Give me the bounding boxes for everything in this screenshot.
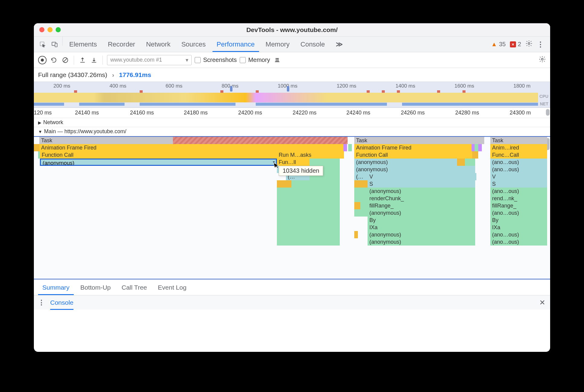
flame-long-task[interactable] xyxy=(173,137,348,144)
flame-seg[interactable] xyxy=(475,144,478,151)
tab-network[interactable]: Network xyxy=(141,37,176,52)
flame-seg[interactable] xyxy=(277,217,340,224)
upload-button[interactable] xyxy=(78,56,87,64)
flame-seg[interactable] xyxy=(354,202,360,209)
flame-runm[interactable]: Run M…asks xyxy=(277,151,344,159)
tab-elements[interactable]: Elements xyxy=(64,37,102,52)
errors-badge[interactable]: × 2 xyxy=(510,41,521,48)
main-section-header[interactable]: ▼ Main — https://www.youtube.com/ xyxy=(34,127,550,136)
flame-funll[interactable]: Fun…ll xyxy=(277,159,310,166)
minimize-window-icon[interactable] xyxy=(47,27,53,32)
flame-seg[interactable] xyxy=(360,202,368,209)
tab-bottom-up[interactable]: Bottom-Up xyxy=(75,280,116,295)
inspect-icon[interactable] xyxy=(38,40,47,49)
flame-seg[interactable] xyxy=(277,238,340,246)
flame-seg[interactable] xyxy=(310,159,340,166)
device-toggle-icon[interactable] xyxy=(50,40,59,49)
flame-func-short[interactable]: Func…Call xyxy=(490,151,547,159)
drawer-menu-icon[interactable]: ⋮ xyxy=(38,299,45,307)
flame-seg[interactable] xyxy=(34,144,39,151)
flame-fillRange[interactable]: fillRange_ xyxy=(490,202,547,209)
flame-seg[interactable] xyxy=(343,144,347,151)
ruler-scrollbar[interactable] xyxy=(546,109,550,116)
flame-seg[interactable] xyxy=(457,159,465,166)
overview-handle-left[interactable] xyxy=(230,86,232,92)
tab-sources[interactable]: Sources xyxy=(176,37,211,52)
flame-V[interactable]: V xyxy=(368,173,476,180)
gear-icon[interactable] xyxy=(525,40,533,49)
close-drawer-icon[interactable]: ✕ xyxy=(539,298,545,307)
flame-seg[interactable] xyxy=(277,180,291,188)
flame-anon[interactable]: (anonymous) xyxy=(368,231,475,238)
flame-seg[interactable] xyxy=(478,144,482,151)
screenshots-checkbox[interactable]: Screenshots xyxy=(195,56,237,63)
flame-IXa[interactable]: IXa xyxy=(368,224,475,231)
flame-seg[interactable] xyxy=(277,202,340,209)
overview-handle-right[interactable] xyxy=(287,86,289,92)
flame-seg[interactable] xyxy=(354,231,358,238)
download-button[interactable] xyxy=(90,56,98,64)
flame-anon[interactable]: (anonymous) xyxy=(368,209,475,217)
flame-anon-short[interactable]: (ano…ous) xyxy=(490,209,547,217)
perf-settings-icon[interactable] xyxy=(539,56,546,65)
flame-seg[interactable] xyxy=(472,151,478,159)
flame-anim[interactable]: Animation Frame Fired xyxy=(39,144,343,151)
flame-renderChunk[interactable]: renderChunk_ xyxy=(368,195,475,202)
flame-anon[interactable]: (anonymous) xyxy=(354,166,475,173)
flame-anon[interactable]: (anonymous) xyxy=(368,188,475,195)
flame-anon-short[interactable]: (ano…ous) xyxy=(490,159,547,166)
tab-event-log[interactable]: Event Log xyxy=(152,280,192,295)
timeline-ruler[interactable]: 120 ms 24140 ms 24160 ms 24180 ms 24200 … xyxy=(34,108,550,118)
flame-paren[interactable]: (… xyxy=(354,173,368,180)
flame-seg[interactable] xyxy=(277,224,340,231)
flame-seg[interactable] xyxy=(354,209,368,217)
tab-summary[interactable]: Summary xyxy=(37,280,75,295)
overview-panel[interactable]: 200 ms 400 ms 600 ms 800 ms 1000 ms 1200… xyxy=(34,82,550,108)
flame-anim-short[interactable]: Anim…ired xyxy=(490,144,547,151)
tabs-more-icon[interactable]: ≫ xyxy=(330,37,348,52)
tab-console-top[interactable]: Console xyxy=(295,37,330,52)
flame-func[interactable]: Function Call xyxy=(40,151,277,159)
tab-memory[interactable]: Memory xyxy=(260,37,295,52)
flame-anon-short[interactable]: (ano…ous) xyxy=(490,188,547,195)
flame-task[interactable]: Task xyxy=(354,137,484,144)
tab-call-tree[interactable]: Call Tree xyxy=(116,280,152,295)
record-button[interactable] xyxy=(38,56,47,64)
flame-IXa[interactable]: IXa xyxy=(490,224,547,231)
flame-S[interactable]: S xyxy=(490,180,547,188)
more-menu-icon[interactable]: ⋮ xyxy=(537,40,544,49)
flame-By[interactable]: By xyxy=(368,217,475,224)
tab-performance[interactable]: Performance xyxy=(211,37,260,52)
flame-S[interactable]: S xyxy=(368,180,475,188)
flame-anon-selected[interactable]: (anonymous) xyxy=(40,159,277,166)
flame-seg[interactable] xyxy=(277,231,340,238)
flame-seg[interactable] xyxy=(291,180,340,188)
flame-func[interactable]: Function Call xyxy=(354,151,472,159)
flame-seg[interactable] xyxy=(465,159,475,166)
flame-seg[interactable] xyxy=(277,188,340,195)
console-tab[interactable]: Console xyxy=(50,299,73,306)
flame-anon-short[interactable]: (ano…ous) xyxy=(490,166,547,173)
maximize-window-icon[interactable] xyxy=(56,27,61,32)
flame-seg[interactable] xyxy=(354,188,368,195)
memory-checkbox[interactable]: Memory xyxy=(240,56,270,63)
flame-seg[interactable] xyxy=(354,180,368,188)
flame-seg[interactable] xyxy=(354,195,368,202)
flame-renderChunk-short[interactable]: rend…nk_ xyxy=(490,195,547,202)
network-section-header[interactable]: ▶ Network xyxy=(34,118,550,127)
flame-fillRange[interactable]: fillRange_ xyxy=(368,202,475,209)
flame-anon[interactable]: (anonymous) xyxy=(368,238,475,246)
reload-button[interactable] xyxy=(50,56,58,64)
breadcrumb-full[interactable]: Full range (34307.26ms) xyxy=(38,71,107,79)
flame-seg[interactable] xyxy=(348,144,352,151)
close-window-icon[interactable] xyxy=(39,27,44,32)
clear-button[interactable] xyxy=(61,56,70,64)
flame-anon-short[interactable]: (ano…ous) xyxy=(490,238,547,246)
collapse-icon[interactable]: ▼ xyxy=(272,160,276,164)
collect-garbage-icon[interactable] xyxy=(273,56,281,64)
flame-anon[interactable]: (anonymous) xyxy=(354,159,457,166)
flame-anon-short[interactable]: (ano…ous) xyxy=(490,231,547,238)
target-select[interactable]: www.youtube.com #1 ▾ xyxy=(107,55,192,65)
flame-task[interactable]: Task xyxy=(490,137,547,144)
flame-anim[interactable]: Animation Frame Fired xyxy=(354,144,472,151)
